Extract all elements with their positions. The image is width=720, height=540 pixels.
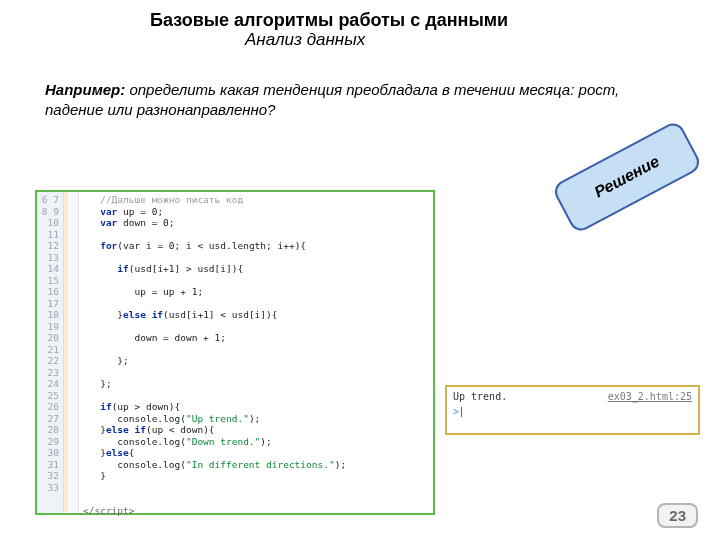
page-number: 23 bbox=[657, 503, 698, 528]
example-body: определить какая тенденция преобладала в… bbox=[45, 81, 619, 118]
cursor-icon bbox=[461, 407, 462, 417]
console-source: ex03_2.html:25 bbox=[608, 391, 692, 402]
code-gutter: 6 7 8 9 10 11 12 13 14 15 16 17 18 19 20… bbox=[37, 192, 64, 513]
console-prompt[interactable]: > bbox=[453, 406, 692, 417]
console-output: Up trend. bbox=[453, 391, 507, 402]
example-text: Например: определить какая тенденция пре… bbox=[45, 80, 665, 119]
console-panel: Up trend. ex03_2.html:25 > bbox=[445, 385, 700, 435]
page-subtitle: Анализ данных bbox=[245, 30, 570, 50]
fold-gutter bbox=[68, 192, 79, 513]
code-editor: 6 7 8 9 10 11 12 13 14 15 16 17 18 19 20… bbox=[35, 190, 435, 515]
code-body: //Дальше можно писать код var up = 0; va… bbox=[79, 192, 433, 513]
page-title: Базовые алгоритмы работы с данными bbox=[150, 10, 570, 32]
example-label: Например: bbox=[45, 81, 125, 98]
solution-badge: Решение bbox=[551, 119, 703, 234]
